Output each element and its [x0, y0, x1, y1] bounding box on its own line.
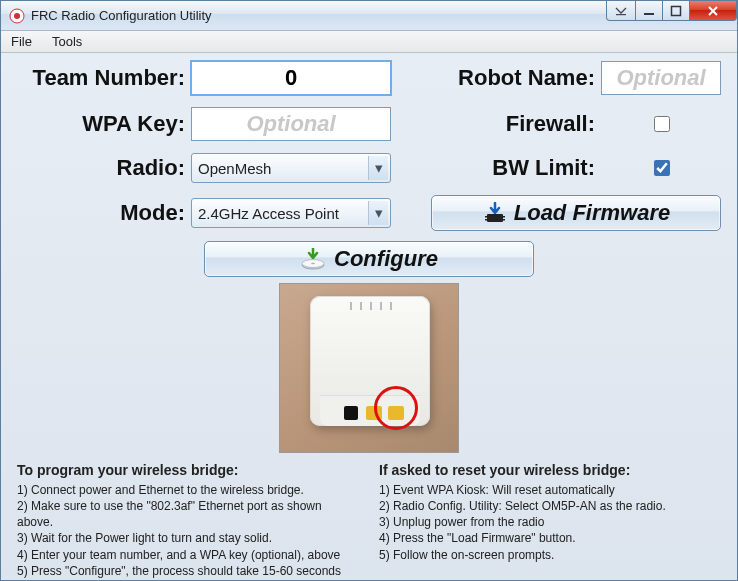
right-heading: If asked to reset your wireless bridge: — [379, 461, 721, 480]
window-controls — [607, 1, 737, 21]
instructions: To program your wireless bridge: 1) Conn… — [11, 461, 727, 579]
left-step-5: 5) Press "Configure", the process should… — [17, 563, 359, 579]
router-body — [310, 296, 430, 426]
right-step-3: 3) Unplug power from the radio — [379, 514, 721, 530]
menu-tools[interactable]: Tools — [42, 32, 92, 51]
download-disk-icon — [300, 248, 326, 270]
menu-file[interactable]: File — [1, 32, 42, 51]
load-firmware-label: Load Firmware — [514, 200, 670, 226]
svg-rect-8 — [503, 216, 505, 218]
left-step-2: 2) Make sure to use the "802.3af" Ethern… — [17, 498, 359, 530]
bw-limit-label: BW Limit: — [431, 155, 601, 181]
svg-rect-5 — [487, 214, 503, 222]
svg-rect-2 — [616, 14, 626, 15]
svg-rect-6 — [485, 216, 487, 218]
menubar: File Tools — [1, 31, 737, 53]
firewall-checkbox[interactable] — [654, 116, 670, 132]
highlight-circle-icon — [374, 386, 418, 430]
mode-select[interactable]: 2.4GHz Access Point ▾ — [191, 198, 391, 228]
wpa-key-label: WPA Key: — [11, 111, 191, 137]
help-button[interactable] — [606, 1, 636, 21]
team-number-input[interactable] — [191, 61, 391, 95]
app-window: FRC Radio Configuration Utility File Too… — [0, 0, 738, 581]
left-heading: To program your wireless bridge: — [17, 461, 359, 480]
chevron-down-icon: ▾ — [368, 201, 388, 225]
close-button[interactable] — [689, 1, 737, 21]
window-title: FRC Radio Configuration Utility — [31, 8, 212, 23]
configure-label: Configure — [334, 246, 438, 272]
device-photo — [279, 283, 459, 453]
right-step-2: 2) Radio Config. Utility: Select OM5P-AN… — [379, 498, 721, 514]
download-chip-icon — [482, 202, 508, 224]
titlebar: FRC Radio Configuration Utility — [1, 1, 737, 31]
left-step-4: 4) Enter your team number, and a WPA key… — [17, 547, 359, 563]
radio-select-value: OpenMesh — [198, 160, 271, 177]
minimize-button[interactable] — [635, 1, 663, 21]
instructions-left: To program your wireless bridge: 1) Conn… — [17, 461, 359, 579]
radio-label: Radio: — [11, 155, 191, 181]
svg-point-1 — [14, 13, 20, 19]
svg-point-12 — [311, 263, 315, 265]
right-step-5: 5) Follow the on-screen prompts. — [379, 547, 721, 563]
wpa-key-input[interactable] — [191, 107, 391, 141]
configure-button[interactable]: Configure — [204, 241, 534, 277]
power-port — [344, 406, 358, 420]
svg-rect-9 — [503, 219, 505, 221]
bw-limit-checkbox[interactable] — [654, 160, 670, 176]
right-step-1: 1) Event WPA Kiosk: Will reset automatic… — [379, 482, 721, 498]
content-area: Team Number: Robot Name: WPA Key: Firewa… — [1, 53, 737, 581]
maximize-button[interactable] — [662, 1, 690, 21]
right-step-4: 4) Press the "Load Firmware" button. — [379, 530, 721, 546]
radio-select[interactable]: OpenMesh ▾ — [191, 153, 391, 183]
mode-select-value: 2.4GHz Access Point — [198, 205, 339, 222]
chevron-down-icon: ▾ — [368, 156, 388, 180]
team-number-label: Team Number: — [11, 65, 191, 91]
mode-label: Mode: — [11, 200, 191, 226]
app-icon — [9, 8, 25, 24]
firewall-label: Firewall: — [431, 111, 601, 137]
svg-rect-4 — [672, 6, 681, 15]
svg-rect-3 — [644, 13, 654, 15]
instructions-right: If asked to reset your wireless bridge: … — [379, 461, 721, 579]
robot-name-input[interactable] — [601, 61, 721, 95]
load-firmware-button[interactable]: Load Firmware — [431, 195, 721, 231]
robot-name-label: Robot Name: — [431, 65, 601, 91]
left-step-1: 1) Connect power and Ethernet to the wir… — [17, 482, 359, 498]
svg-rect-7 — [485, 219, 487, 221]
left-step-3: 3) Wait for the Power light to turn and … — [17, 530, 359, 546]
form-grid: Team Number: Robot Name: WPA Key: Firewa… — [11, 61, 727, 231]
